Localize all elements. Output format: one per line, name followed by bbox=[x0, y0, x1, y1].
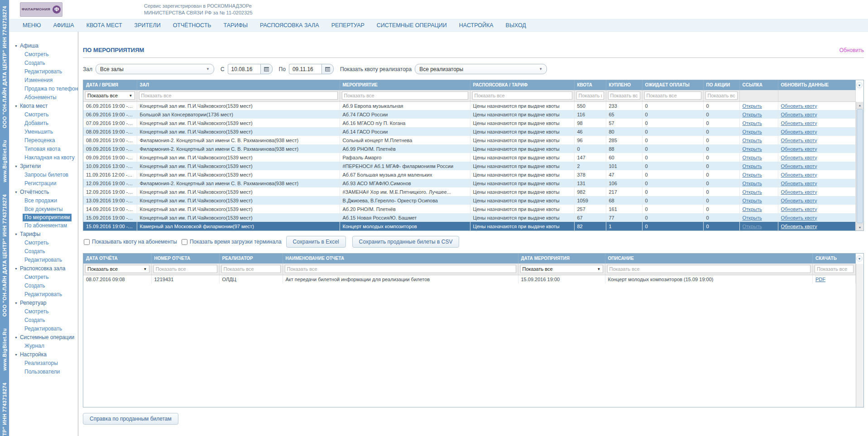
nav-item-выход[interactable]: ВЫХОД bbox=[506, 22, 526, 29]
sidebar-item[interactable]: Продажа по телефону bbox=[9, 85, 78, 93]
sidebar-item[interactable]: Смотреть bbox=[9, 307, 78, 316]
filter-bought-input[interactable] bbox=[608, 91, 640, 100]
sidebar-item[interactable]: Смотреть bbox=[9, 50, 78, 59]
nav-item-распоясовка-зала[interactable]: РАСПОЯСОВКА ЗАЛА bbox=[260, 22, 319, 29]
open-event-link[interactable]: Открыть bbox=[743, 189, 762, 195]
scrollbar-thumb[interactable] bbox=[857, 109, 863, 223]
col-header-event[interactable]: МЕРОПРИЯТИЕ bbox=[340, 80, 470, 90]
event-row[interactable]: 10.09.2016 13:00 - 15:00Концертный зал и… bbox=[83, 162, 856, 170]
event-row[interactable]: 12.09.2016 19:00 - 21:00Филармония-2. Ко… bbox=[83, 179, 856, 187]
open-event-link[interactable]: Открыть bbox=[743, 138, 762, 143]
nav-item-квота-мест[interactable]: КВОТА МЕСТ bbox=[86, 22, 122, 29]
nav-item-системные-операции[interactable]: СИСТЕМНЫЕ ОПЕРАЦИИ bbox=[377, 22, 447, 29]
sidebar-item[interactable]: Редактировать bbox=[9, 67, 78, 76]
update-quota-link[interactable]: Обновить квоту bbox=[781, 215, 817, 220]
sidebar-section-head[interactable]: ▼Настройка bbox=[9, 350, 78, 359]
sidebar-section-head[interactable]: ▼Системные операции bbox=[9, 333, 78, 342]
col-header-link[interactable]: ССЫЛКА bbox=[739, 80, 778, 90]
col-header-report-number[interactable]: НОМЕР ОТЧЕТА bbox=[151, 254, 219, 264]
open-event-link[interactable]: Открыть bbox=[743, 224, 762, 229]
col-header-report-date[interactable]: ДАТА ОТЧЁТА bbox=[83, 254, 151, 264]
col-header-tariff[interactable]: РАСПОЯСОВКА / ТАРИФ bbox=[470, 80, 574, 90]
update-quota-link[interactable]: Обновить квоту bbox=[781, 155, 817, 160]
date-from-calendar-button[interactable] bbox=[260, 64, 273, 74]
col-header-datetime[interactable]: ДАТА / ВРЕМЯ bbox=[83, 80, 137, 90]
filter-awaiting-input[interactable] bbox=[644, 91, 701, 100]
filter-download-input[interactable] bbox=[815, 265, 854, 273]
event-row[interactable]: 07.09.2016 19:00 - 21:00Концертный зал и… bbox=[83, 119, 856, 127]
event-row[interactable]: 06.09.2016 19:00 - 19:00Большой зал Конс… bbox=[83, 110, 856, 119]
sidebar-item[interactable]: Пользователи bbox=[9, 368, 78, 376]
sidebar-item[interactable]: Все документы bbox=[9, 205, 78, 214]
open-event-link[interactable]: Открыть bbox=[743, 163, 762, 169]
show-terminal-load-time-checkbox-label[interactable]: Показать время загрузки терминала bbox=[182, 239, 282, 245]
update-quota-link[interactable]: Обновить квоту bbox=[781, 163, 817, 169]
sidebar-section-head[interactable]: ▼Распоясовка зала bbox=[9, 264, 78, 273]
filter-event-date-select[interactable]: Показать все▼ bbox=[520, 265, 603, 273]
col-header-realizator[interactable]: РЕАЛИЗАТОР bbox=[219, 254, 283, 264]
sidebar-section-head[interactable]: ▼Тарифы bbox=[9, 230, 78, 239]
sidebar-item[interactable]: Уменьшить bbox=[9, 128, 78, 136]
reports-scrollbar[interactable] bbox=[856, 264, 863, 407]
nav-item-меню[interactable]: МЕНЮ bbox=[23, 22, 41, 29]
col-header-update[interactable]: ОБНОВИТЬ ДАННЫЕ bbox=[778, 80, 856, 90]
open-event-link[interactable]: Открыть bbox=[743, 129, 762, 134]
sidebar-item[interactable]: Регистрации bbox=[9, 179, 78, 188]
filter-event-input[interactable] bbox=[342, 91, 468, 100]
open-event-link[interactable]: Открыть bbox=[743, 103, 762, 109]
hall-select[interactable]: Все залы ▼ bbox=[96, 64, 214, 74]
update-quota-link[interactable]: Обновить квоту bbox=[781, 129, 817, 134]
filter-tariff-input[interactable] bbox=[472, 91, 572, 100]
scroll-up-icon[interactable]: ▲ bbox=[856, 102, 863, 109]
filter-report-name-input[interactable] bbox=[285, 265, 516, 273]
sidebar-item[interactable]: Журнал bbox=[9, 342, 78, 350]
report-row[interactable]: 08.07.2016 09:081219431ОЛДЦАкт передачи … bbox=[83, 275, 856, 283]
filter-description-input[interactable] bbox=[607, 265, 811, 273]
save-excel-button[interactable]: Сохранить в Excel bbox=[286, 236, 346, 248]
open-event-link[interactable]: Открыть bbox=[743, 155, 762, 160]
sidebar-section-head[interactable]: ▼Зрители bbox=[9, 162, 78, 171]
sidebar-item[interactable]: Смотреть bbox=[9, 273, 78, 282]
column-chooser-icon[interactable]: ▼ bbox=[856, 255, 863, 262]
open-event-link[interactable]: Открыть bbox=[743, 206, 762, 212]
open-event-link[interactable]: Открыть bbox=[743, 112, 762, 117]
col-header-awaiting[interactable]: ОЖИДАЕТ ОПЛАТЫ bbox=[642, 80, 703, 90]
event-row[interactable]: 08.09.2016 19:00 - 21:00Филармония-2. Ко… bbox=[83, 136, 856, 144]
sidebar-item[interactable]: Абонементы bbox=[9, 93, 78, 102]
download-pdf-link[interactable]: PDF bbox=[815, 277, 825, 282]
sidebar-section-head[interactable]: ▼Отчётность bbox=[9, 188, 78, 196]
show-terminal-load-time-checkbox[interactable] bbox=[182, 239, 187, 245]
sold-tickets-help-button[interactable]: Справка по проданным билетам bbox=[83, 413, 178, 425]
event-row[interactable]: 11.09.2016 12:00 - 14:00Концертный зал и… bbox=[83, 170, 856, 179]
sidebar-item[interactable]: Создать bbox=[9, 247, 78, 256]
sidebar-item[interactable]: Запросы билетов bbox=[9, 171, 78, 179]
date-from-input[interactable] bbox=[228, 64, 260, 74]
update-quota-link[interactable]: Обновить квоту bbox=[781, 224, 817, 229]
open-event-link[interactable]: Открыть bbox=[743, 172, 762, 177]
sidebar-section-head[interactable]: ▼Репертуар bbox=[9, 299, 78, 307]
event-row[interactable]: 06.09.2016 19:00 - 21:00Концертный зал и… bbox=[83, 101, 856, 110]
update-quota-link[interactable]: Обновить квоту bbox=[781, 172, 817, 177]
sidebar-item[interactable]: Редактировать bbox=[9, 290, 78, 299]
nav-item-репертуар[interactable]: РЕПЕРТУАР bbox=[331, 22, 364, 29]
open-event-link[interactable]: Открыть bbox=[743, 181, 762, 186]
save-csv-button[interactable]: Сохранить проданные билеты в CSV bbox=[352, 236, 460, 248]
events-scrollbar[interactable]: ▲ ▼ bbox=[856, 102, 863, 230]
update-quota-link[interactable]: Обновить квоту bbox=[781, 120, 817, 126]
col-header-quota[interactable]: КВОТА bbox=[574, 80, 606, 90]
date-to-calendar-button[interactable] bbox=[321, 64, 334, 74]
event-row[interactable]: 15.09.2016 19:00 - 21:00Камерный зал Мос… bbox=[83, 222, 856, 230]
sidebar-item[interactable]: По мероприятиям bbox=[23, 214, 72, 221]
realizator-select[interactable]: Все реализаторы ▼ bbox=[415, 64, 547, 74]
event-row[interactable]: 09.09.2016 19:00 - 21:00Филармония-2. Ко… bbox=[83, 144, 856, 153]
nav-item-зрители[interactable]: ЗРИТЕЛИ bbox=[134, 22, 161, 29]
sidebar-item[interactable]: Все продажи bbox=[9, 196, 78, 205]
update-quota-link[interactable]: Обновить квоту bbox=[781, 146, 817, 152]
update-quota-link[interactable]: Обновить квоту bbox=[781, 138, 817, 143]
open-event-link[interactable]: Открыть bbox=[743, 198, 762, 203]
open-event-link[interactable]: Открыть bbox=[743, 215, 762, 220]
col-header-hall[interactable]: ЗАЛ bbox=[137, 80, 340, 90]
sidebar-item[interactable]: Переоценка bbox=[9, 136, 78, 145]
sidebar-item[interactable]: Изменения bbox=[9, 76, 78, 85]
event-row[interactable]: 12.09.2016 19:00 - 21:00Концертный зал и… bbox=[83, 187, 856, 196]
